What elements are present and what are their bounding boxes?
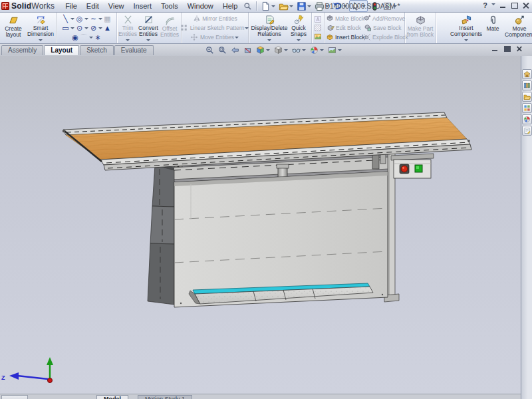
new-doc-icon[interactable] bbox=[259, 1, 277, 11]
maximize-button[interactable] bbox=[511, 3, 518, 9]
menu-tools[interactable]: Tools bbox=[157, 1, 182, 11]
save-block-icon bbox=[363, 24, 372, 33]
move-component-button[interactable]: Move Component bbox=[502, 13, 532, 43]
menu-file[interactable]: File bbox=[61, 1, 81, 11]
tab-assembly[interactable]: Assembly bbox=[1, 45, 43, 55]
menu-view[interactable]: View bbox=[104, 1, 128, 11]
appearance-icon[interactable] bbox=[308, 45, 325, 55]
explode-block-button[interactable]: Explode Block bbox=[363, 33, 403, 42]
insert-block-button[interactable]: Insert Block bbox=[326, 33, 363, 42]
menu-edit[interactable]: Edit bbox=[82, 1, 103, 11]
convert-entities-button[interactable]: Convert Entities bbox=[137, 13, 160, 43]
chevron-down-icon[interactable] bbox=[126, 39, 130, 43]
view-palette-icon[interactable] bbox=[522, 103, 532, 113]
chevron-down-icon[interactable] bbox=[302, 49, 306, 53]
ellipse-icon[interactable]: ⊘ bbox=[89, 24, 98, 33]
mirror-entities-button[interactable]: Mirror Entities bbox=[192, 14, 237, 23]
display-style-icon[interactable] bbox=[272, 45, 289, 55]
polygon-icon[interactable]: ▲ bbox=[103, 24, 112, 33]
chevron-down-icon[interactable] bbox=[84, 27, 88, 31]
help-button[interactable]: ? bbox=[483, 1, 487, 9]
display-delete-relations-button[interactable]: Display/Delete Relations bbox=[251, 13, 288, 43]
chevron-down-icon[interactable] bbox=[39, 39, 43, 43]
home-icon[interactable] bbox=[522, 69, 532, 79]
rapid-sketch-icon[interactable]: ▦ bbox=[103, 15, 112, 23]
chevron-down-icon[interactable] bbox=[338, 49, 342, 53]
section-view-icon[interactable] bbox=[241, 45, 253, 55]
chevron-down-icon[interactable] bbox=[266, 49, 270, 53]
file-explorer-icon[interactable] bbox=[522, 92, 532, 102]
create-layout-button[interactable]: Create layout bbox=[1, 13, 26, 43]
move-entities-button[interactable]: Move Entities bbox=[190, 33, 239, 42]
chevron-down-icon[interactable] bbox=[267, 39, 271, 43]
chevron-down-icon[interactable] bbox=[297, 39, 301, 43]
search-icon[interactable] bbox=[241, 1, 253, 11]
mate-button[interactable]: Mate bbox=[483, 13, 502, 43]
slot-icon[interactable]: ◉ bbox=[71, 33, 80, 42]
rectangle-icon[interactable]: ▭ bbox=[61, 24, 70, 33]
menu-window[interactable]: Window bbox=[184, 1, 217, 11]
offset-entities-button[interactable]: Offset Entities bbox=[160, 13, 180, 43]
menu-help[interactable]: Help bbox=[219, 1, 242, 11]
add-remove-button[interactable]: Add/Remove bbox=[363, 14, 403, 23]
view-orientation-icon[interactable] bbox=[254, 45, 271, 55]
chevron-down-icon[interactable] bbox=[491, 3, 495, 7]
chevron-down-icon[interactable] bbox=[271, 5, 275, 9]
open-icon[interactable] bbox=[277, 1, 295, 11]
line-icon[interactable]: ╲ bbox=[61, 15, 70, 23]
linear-sketch-pattern-button[interactable]: Linear Sketch Pattern bbox=[180, 23, 250, 33]
point-icon[interactable]: ∗ bbox=[94, 33, 102, 42]
chevron-down-icon[interactable] bbox=[289, 5, 293, 9]
zoom-fit-icon[interactable] bbox=[203, 45, 215, 55]
tab-sketch[interactable]: Sketch bbox=[80, 45, 114, 55]
chevron-down-icon[interactable] bbox=[70, 27, 74, 31]
zoom-area-icon[interactable] bbox=[216, 45, 228, 55]
menu-insert[interactable]: Insert bbox=[129, 1, 156, 11]
perimeter-circle-icon[interactable]: ⊙ bbox=[75, 24, 84, 33]
chevron-down-icon[interactable] bbox=[70, 18, 74, 22]
scene-icon[interactable] bbox=[326, 45, 343, 55]
chevron-down-icon[interactable] bbox=[320, 49, 324, 53]
edit-block-button[interactable]: Edit Block bbox=[326, 23, 363, 33]
save-icon[interactable] bbox=[295, 1, 313, 11]
sketch-picture-icon[interactable] bbox=[314, 33, 323, 41]
tab-layout[interactable]: Layout bbox=[44, 45, 79, 55]
appearances-icon[interactable] bbox=[522, 114, 532, 124]
arc-icon[interactable]: ⌒ bbox=[80, 33, 88, 42]
tab-scroll-buttons[interactable] bbox=[1, 395, 28, 399]
design-library-icon[interactable] bbox=[522, 80, 532, 90]
doc-minimize-button[interactable] bbox=[491, 46, 499, 52]
save-block-button[interactable]: Save Block bbox=[363, 23, 403, 33]
hide-show-items-icon[interactable] bbox=[290, 45, 307, 55]
smart-dimension-button[interactable]: Smart Dimension bbox=[26, 13, 55, 43]
tab-model[interactable]: Model bbox=[96, 395, 128, 399]
chevron-down-icon[interactable] bbox=[89, 37, 93, 41]
doc-close-button[interactable] bbox=[516, 47, 522, 52]
doc-restore-button[interactable] bbox=[503, 46, 511, 52]
quick-snaps-button[interactable]: Quick Snaps bbox=[288, 13, 309, 43]
tab-motion-study-1[interactable]: Motion Study 1 bbox=[138, 395, 192, 399]
chevron-down-icon[interactable] bbox=[146, 39, 150, 43]
trim-entities-button[interactable]: Trim Entities bbox=[118, 13, 137, 43]
make-part-from-block-button[interactable]: Make Part from Block bbox=[406, 13, 434, 43]
chevron-down-icon[interactable] bbox=[98, 27, 102, 31]
minimize-button[interactable] bbox=[499, 3, 507, 9]
spline-icon[interactable]: ∼ bbox=[89, 15, 98, 23]
chevron-down-icon[interactable] bbox=[464, 39, 468, 43]
area-hatch-icon[interactable] bbox=[314, 24, 323, 33]
custom-properties-icon[interactable] bbox=[522, 126, 532, 136]
chevron-down-icon[interactable] bbox=[84, 18, 88, 22]
chevron-down-icon[interactable] bbox=[307, 5, 311, 9]
make-block-button[interactable]: Make Block bbox=[326, 14, 363, 23]
graphics-area[interactable]: Z bbox=[0, 56, 521, 394]
close-button[interactable] bbox=[522, 3, 529, 9]
chevron-down-icon[interactable] bbox=[284, 49, 288, 53]
previous-view-icon[interactable] bbox=[229, 45, 241, 55]
chevron-down-icon[interactable] bbox=[98, 18, 102, 22]
insert-components-button[interactable]: Insert Components bbox=[449, 13, 483, 43]
orientation-triad: Z bbox=[1, 357, 53, 383]
chevron-down-icon[interactable] bbox=[235, 37, 239, 41]
circle-icon[interactable]: ◎ bbox=[75, 15, 84, 23]
tab-evaluate[interactable]: Evaluate bbox=[114, 45, 154, 55]
sketch-text-icon[interactable] bbox=[314, 15, 323, 24]
